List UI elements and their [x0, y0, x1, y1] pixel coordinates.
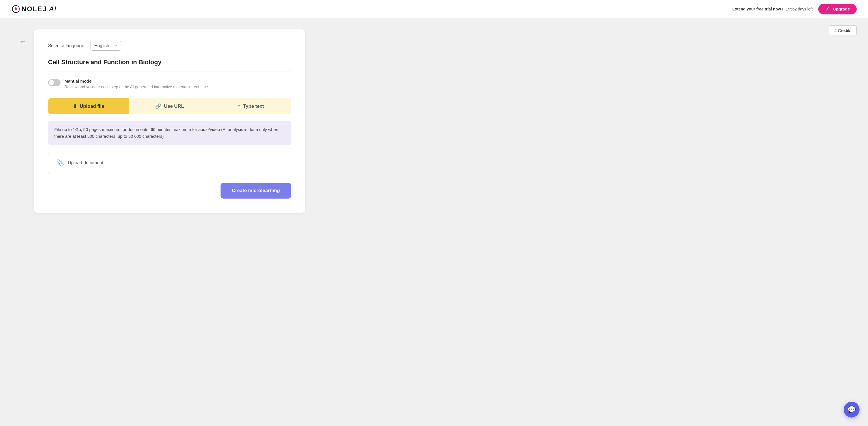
back-button[interactable]: ←: [17, 35, 28, 48]
back-arrow-icon: ←: [19, 37, 26, 45]
manual-mode-desc: Review and validate each step of the AI-…: [64, 85, 209, 89]
chat-bubble[interactable]: 💬: [844, 402, 860, 418]
logo-ai: AI: [49, 5, 57, 13]
logo-icon: [11, 4, 20, 13]
upgrade-label: Upgrade: [833, 6, 850, 11]
logo: NOLEJ AI: [11, 4, 57, 13]
chat-icon: 💬: [847, 406, 856, 414]
manual-mode-toggle[interactable]: [48, 79, 61, 86]
paperclip-icon: 📎: [56, 159, 64, 166]
language-label: Select a language:: [48, 43, 86, 49]
trial-days: -19562 days left: [784, 7, 813, 11]
language-select[interactable]: English French Spanish German Italian: [90, 41, 121, 51]
module-title: Cell Structure and Function in Biology: [48, 59, 291, 72]
create-btn-label: Create microlearning: [232, 188, 280, 193]
url-tab-label: Use URL: [164, 103, 184, 109]
header-right: Extend your free trial now ! -19562 days…: [732, 4, 857, 14]
header: NOLEJ AI Extend your free trial now ! -1…: [0, 0, 868, 18]
toggle-slider: [48, 79, 61, 86]
rocket-icon: 🚀: [825, 6, 830, 11]
manual-mode-row: Manual mode Review and validate each ste…: [48, 79, 291, 89]
tab-row: ⬆ Upload file 🔗 Use URL ≡ Type text: [48, 98, 291, 114]
link-tab-icon: 🔗: [155, 103, 161, 109]
tab-text[interactable]: ≡ Type text: [210, 98, 291, 114]
svg-point-2: [15, 6, 17, 8]
logo-text: NOLEJ: [22, 5, 47, 13]
tab-url[interactable]: 🔗 Use URL: [129, 98, 210, 114]
main-area: ← Select a language: English French Span…: [0, 18, 868, 224]
info-box: File up to 1Go, 50 pages maximum for doc…: [48, 121, 291, 145]
upload-area-label: Upload document: [68, 160, 103, 165]
main-card: Select a language: English French Spanis…: [34, 29, 305, 213]
upload-tab-icon: ⬆: [73, 103, 77, 109]
trial-link[interactable]: Extend your free trial now !: [732, 7, 783, 11]
upgrade-button[interactable]: 🚀 Upgrade: [818, 4, 857, 14]
upload-tab-label: Upload file: [80, 103, 104, 109]
text-tab-icon: ≡: [238, 103, 240, 109]
trial-text: Extend your free trial now ! -19562 days…: [732, 7, 813, 11]
manual-mode-title: Manual mode: [64, 79, 209, 84]
info-text: File up to 1Go, 50 pages maximum for doc…: [54, 127, 278, 139]
upload-area[interactable]: 📎 Upload document: [48, 152, 291, 174]
language-row: Select a language: English French Spanis…: [48, 41, 291, 51]
create-microlearning-button[interactable]: Create microlearning: [220, 183, 291, 199]
tab-upload[interactable]: ⬆ Upload file: [48, 98, 129, 114]
text-tab-label: Type text: [243, 103, 264, 109]
svg-point-1: [15, 8, 17, 10]
manual-mode-text: Manual mode Review and validate each ste…: [64, 79, 209, 89]
